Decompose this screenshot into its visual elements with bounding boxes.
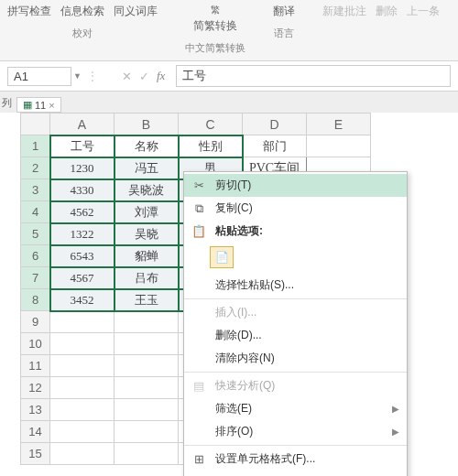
cell[interactable]: 工号 xyxy=(50,135,114,157)
cell[interactable] xyxy=(50,333,114,355)
cell[interactable]: 貂蝉 xyxy=(114,245,179,267)
cell[interactable]: 1322 xyxy=(50,223,114,245)
menu-pick-from-dropdown[interactable]: 从下拉列表中选择(K)... xyxy=(184,471,407,476)
menu-insert: 插入(I)... xyxy=(184,301,407,324)
cell[interactable] xyxy=(114,421,179,443)
ribbon-prev-comment: 上一条 xyxy=(407,4,440,19)
cell[interactable] xyxy=(114,311,179,333)
ribbon-group-language: 语言 xyxy=(273,27,295,40)
select-all-corner[interactable] xyxy=(21,114,50,135)
cell[interactable]: 3452 xyxy=(50,289,114,311)
cell[interactable] xyxy=(50,311,114,333)
cell[interactable]: 6543 xyxy=(50,245,114,267)
menu-clear[interactable]: 清除内容(N) xyxy=(184,347,407,370)
menu-format-cells[interactable]: ⊞设置单元格格式(F)... xyxy=(184,448,407,471)
ribbon-new-comment: 新建批注 xyxy=(322,4,366,19)
ribbon-translate[interactable]: 翻译 xyxy=(273,4,295,19)
menu-delete[interactable]: 删除(D)... xyxy=(184,324,407,347)
cell[interactable]: 名称 xyxy=(114,135,179,157)
cell[interactable] xyxy=(50,399,114,421)
cell[interactable]: 4562 xyxy=(50,201,114,223)
cell[interactable]: 刘潭 xyxy=(114,201,179,223)
row-header[interactable]: 4 xyxy=(21,201,50,223)
scissors-icon: ✂ xyxy=(190,178,208,192)
row-header[interactable]: 14 xyxy=(21,421,50,443)
cell[interactable] xyxy=(50,355,114,377)
row-header[interactable]: 6 xyxy=(21,245,50,267)
col-header-d[interactable]: D xyxy=(243,114,307,135)
format-icon: ⊞ xyxy=(190,452,208,466)
row-header[interactable]: 11 xyxy=(21,355,50,377)
cell[interactable] xyxy=(114,355,179,377)
ribbon-group-proofing: 校对 xyxy=(7,27,158,40)
chevron-right-icon: ▶ xyxy=(392,404,399,414)
row-header[interactable]: 10 xyxy=(21,333,50,355)
cell[interactable] xyxy=(114,377,179,399)
cell[interactable] xyxy=(114,443,179,465)
quick-analysis-icon: ▤ xyxy=(190,379,208,393)
workbook-tab[interactable]: ▦ 11 × xyxy=(16,97,61,113)
cell[interactable]: 部门 xyxy=(243,135,307,157)
cancel-icon: ✕ xyxy=(122,70,132,83)
ribbon-group-convert: 中文简繁转换 xyxy=(185,41,245,55)
ribbon: 拼写检查 信息检索 同义词库 校对 繁 简繁转换 中文简繁转换 翻译 语言 新建… xyxy=(0,0,458,61)
row-header[interactable]: 9 xyxy=(21,311,50,333)
cell[interactable] xyxy=(307,135,371,157)
ribbon-sc-tc[interactable]: 简繁转换 xyxy=(193,18,237,34)
cell[interactable]: 性别 xyxy=(179,135,243,157)
cell[interactable]: 吕布 xyxy=(114,267,179,289)
row-header[interactable]: 13 xyxy=(21,399,50,421)
paste-option-button[interactable]: 📄 xyxy=(210,246,234,268)
menu-quick-analysis: ▤快速分析(Q) xyxy=(184,374,407,397)
fx-icon[interactable]: fx xyxy=(157,69,165,83)
cell[interactable] xyxy=(50,443,114,465)
row-header[interactable]: 12 xyxy=(21,377,50,399)
cell[interactable]: 王玉 xyxy=(114,289,179,311)
workbook-tabs: ▦ 11 × xyxy=(0,92,458,113)
copy-icon: ⧉ xyxy=(190,201,208,216)
row-header[interactable]: 3 xyxy=(21,179,50,201)
col-header-b[interactable]: B xyxy=(114,114,179,135)
cell[interactable]: 1230 xyxy=(50,157,114,179)
formula-input[interactable]: 工号 xyxy=(176,65,451,87)
row-header[interactable]: 5 xyxy=(21,223,50,245)
workbook-tab-label: 11 xyxy=(35,100,46,111)
cell[interactable] xyxy=(50,377,114,399)
close-icon[interactable]: × xyxy=(49,100,54,111)
menu-paste-special[interactable]: 选择性粘贴(S)... xyxy=(184,274,407,297)
col-header-c[interactable]: C xyxy=(179,114,243,135)
ribbon-spellcheck[interactable]: 拼写检查 xyxy=(7,4,51,19)
cell[interactable]: 吴晓波 xyxy=(114,179,179,201)
enter-icon: ✓ xyxy=(139,70,149,83)
row-header[interactable]: 8 xyxy=(21,289,50,311)
cell[interactable] xyxy=(50,421,114,443)
row-header[interactable]: 15 xyxy=(21,443,50,465)
menu-paste-options-label: 📋粘贴选项: xyxy=(184,220,407,243)
ribbon-thesaurus[interactable]: 同义词库 xyxy=(114,4,158,19)
menu-filter[interactable]: 筛选(E)▶ xyxy=(184,397,407,420)
menu-copy[interactable]: ⧉复制(C) xyxy=(184,197,407,220)
cell[interactable] xyxy=(114,399,179,421)
ribbon-delete-comment: 删除 xyxy=(376,4,398,19)
cell[interactable] xyxy=(114,333,179,355)
cell[interactable]: 冯五 xyxy=(114,157,179,179)
row-header[interactable]: 1 xyxy=(21,135,50,157)
menu-sort[interactable]: 排序(O)▶ xyxy=(184,420,407,443)
excel-icon: ▦ xyxy=(23,99,32,111)
formula-bar: A1 ▼ ⋮ ✕ ✓ fx 工号 xyxy=(0,61,458,92)
col-header-a[interactable]: A xyxy=(50,114,114,135)
context-menu: ✂剪切(T) ⧉复制(C) 📋粘贴选项: 📄 选择性粘贴(S)... 插入(I)… xyxy=(183,171,408,476)
name-box-dropdown[interactable]: ▼ xyxy=(73,71,82,81)
row-header[interactable]: 2 xyxy=(21,157,50,179)
cell[interactable]: 吴晓 xyxy=(114,223,179,245)
clipboard-icon: 📋 xyxy=(190,224,208,238)
name-box[interactable]: A1 xyxy=(7,67,71,86)
menu-cut[interactable]: ✂剪切(T) xyxy=(184,174,407,197)
col-header-e[interactable]: E xyxy=(307,114,371,135)
ribbon-research[interactable]: 信息检索 xyxy=(60,4,104,19)
cell[interactable]: 4330 xyxy=(50,179,114,201)
chevron-right-icon: ▶ xyxy=(392,427,399,437)
row-header[interactable]: 7 xyxy=(21,267,50,289)
cell[interactable]: 4567 xyxy=(50,267,114,289)
